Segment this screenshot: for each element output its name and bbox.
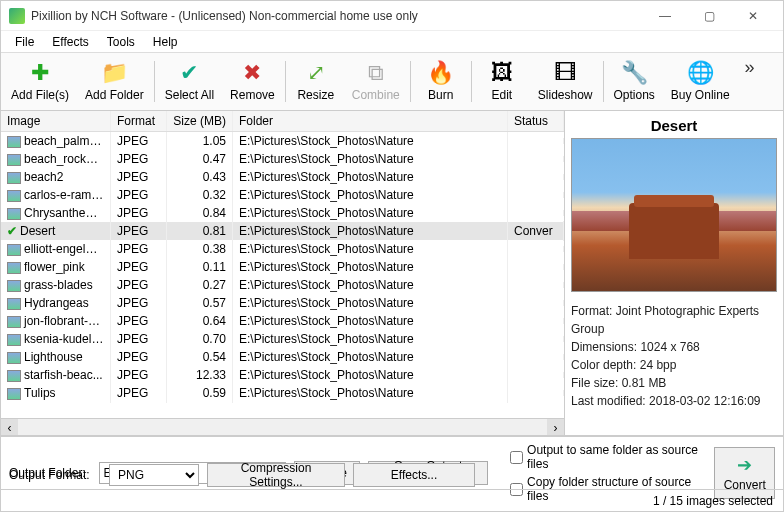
maximize-button[interactable]: ▢	[687, 2, 731, 30]
output-format-label: Output Format:	[9, 468, 101, 482]
buy-online-button[interactable]: 🌐Buy Online	[663, 57, 738, 106]
table-row[interactable]: starfish-beac...JPEG12.33E:\Pictures\Sto…	[1, 366, 564, 384]
menu-effects[interactable]: Effects	[44, 33, 96, 51]
preview-metadata: Format: Joint Photographic Experts Group…	[571, 302, 777, 410]
scroll-right-arrow[interactable]: ›	[547, 419, 564, 435]
table-row[interactable]: ChrysanthemumJPEG0.84E:\Pictures\Stock_P…	[1, 204, 564, 222]
table-row[interactable]: flower_pinkJPEG0.11E:\Pictures\Stock_Pho…	[1, 258, 564, 276]
table-row[interactable]: jon-flobrant-6...JPEG0.64E:\Pictures\Sto…	[1, 312, 564, 330]
thumbnail-icon	[7, 370, 21, 382]
thumbnail-icon	[7, 388, 21, 400]
col-size[interactable]: Size (MB)	[167, 111, 233, 131]
burn-button[interactable]: 🔥Burn	[413, 57, 469, 106]
thumbnail-icon	[7, 154, 21, 166]
effects-button[interactable]: Effects...	[353, 463, 475, 487]
resize-icon: ⤢	[302, 59, 330, 87]
table-row[interactable]: beach_rocks_...JPEG0.47E:\Pictures\Stock…	[1, 150, 564, 168]
col-image[interactable]: Image	[1, 111, 111, 131]
thumbnail-icon	[7, 298, 21, 310]
convert-icon: ➔	[737, 454, 752, 476]
compression-button[interactable]: Compression Settings...	[207, 463, 345, 487]
select-all-button[interactable]: ✔Select All	[157, 57, 222, 106]
remove-button[interactable]: ✖Remove	[222, 57, 283, 106]
table-row[interactable]: ksenia-kudelki...JPEG0.70E:\Pictures\Sto…	[1, 330, 564, 348]
globe-icon: 🌐	[686, 59, 714, 87]
preview-title: Desert	[571, 115, 777, 138]
thumbnail-icon	[7, 334, 21, 346]
output-format-select[interactable]: PNG	[109, 464, 199, 486]
edit-icon: 🖼	[488, 59, 516, 87]
bottom-panel: Output Folder: Browse Open Output Folder…	[1, 436, 783, 489]
table-row[interactable]: LighthouseJPEG0.54E:\Pictures\Stock_Phot…	[1, 348, 564, 366]
toolbar: ✚Add File(s) 📁Add Folder ✔Select All ✖Re…	[1, 53, 783, 111]
thumbnail-icon	[7, 316, 21, 328]
edit-button[interactable]: 🖼Edit	[474, 57, 530, 106]
combine-button[interactable]: ⧉Combine	[344, 57, 408, 106]
thumbnail-icon	[7, 190, 21, 202]
combine-icon: ⧉	[362, 59, 390, 87]
thumbnail-icon	[7, 244, 21, 256]
col-folder[interactable]: Folder	[233, 111, 508, 131]
menu-tools[interactable]: Tools	[99, 33, 143, 51]
thumbnail-icon	[7, 352, 21, 364]
folder-plus-icon: 📁	[100, 59, 128, 87]
thumbnail-icon	[7, 280, 21, 292]
add-folder-button[interactable]: 📁Add Folder	[77, 57, 152, 106]
menu-file[interactable]: File	[7, 33, 42, 51]
preview-image	[571, 138, 777, 292]
options-icon: 🔧	[620, 59, 648, 87]
file-grid: Image Format Size (MB) Folder Status bea…	[1, 111, 565, 435]
toolbar-overflow[interactable]: »	[738, 57, 762, 78]
table-row[interactable]: TulipsJPEG0.59E:\Pictures\Stock_Photos\N…	[1, 384, 564, 402]
options-button[interactable]: 🔧Options	[606, 57, 663, 106]
table-row[interactable]: beach2JPEG0.43E:\Pictures\Stock_Photos\N…	[1, 168, 564, 186]
statusbar: 1 / 15 images selected	[1, 489, 783, 511]
preview-pane: Desert Format: Joint Photographic Expert…	[565, 111, 783, 435]
thumbnail-icon	[7, 172, 21, 184]
slideshow-button[interactable]: 🎞Slideshow	[530, 57, 601, 106]
slideshow-icon: 🎞	[551, 59, 579, 87]
table-row[interactable]: elliott-engelm...JPEG0.38E:\Pictures\Sto…	[1, 240, 564, 258]
table-row[interactable]: beach_palm_t...JPEG1.05E:\Pictures\Stock…	[1, 132, 564, 150]
table-row[interactable]: ✔DesertJPEG0.81E:\Pictures\Stock_Photos\…	[1, 222, 564, 240]
table-row[interactable]: HydrangeasJPEG0.57E:\Pictures\Stock_Phot…	[1, 294, 564, 312]
check-icon: ✔	[7, 224, 17, 238]
menu-help[interactable]: Help	[145, 33, 186, 51]
check-icon: ✔	[175, 59, 203, 87]
thumbnail-icon	[7, 136, 21, 148]
selection-status: 1 / 15 images selected	[653, 494, 773, 508]
add-files-button[interactable]: ✚Add File(s)	[3, 57, 77, 106]
thumbnail-icon	[7, 262, 21, 274]
horizontal-scrollbar[interactable]: ‹ ›	[1, 418, 564, 435]
burn-icon: 🔥	[427, 59, 455, 87]
titlebar: Pixillion by NCH Software - (Unlicensed)…	[1, 1, 783, 31]
remove-icon: ✖	[238, 59, 266, 87]
window-title: Pixillion by NCH Software - (Unlicensed)…	[31, 9, 643, 23]
grid-header: Image Format Size (MB) Folder Status	[1, 111, 564, 132]
table-row[interactable]: grass-bladesJPEG0.27E:\Pictures\Stock_Ph…	[1, 276, 564, 294]
table-row[interactable]: carlos-e-ramir...JPEG0.32E:\Pictures\Sto…	[1, 186, 564, 204]
menubar: File Effects Tools Help	[1, 31, 783, 53]
scroll-left-arrow[interactable]: ‹	[1, 419, 18, 435]
plus-icon: ✚	[26, 59, 54, 87]
thumbnail-icon	[7, 208, 21, 220]
close-button[interactable]: ✕	[731, 2, 775, 30]
resize-button[interactable]: ⤢Resize	[288, 57, 344, 106]
col-status[interactable]: Status	[508, 111, 564, 131]
minimize-button[interactable]: —	[643, 2, 687, 30]
app-icon	[9, 8, 25, 24]
col-format[interactable]: Format	[111, 111, 167, 131]
